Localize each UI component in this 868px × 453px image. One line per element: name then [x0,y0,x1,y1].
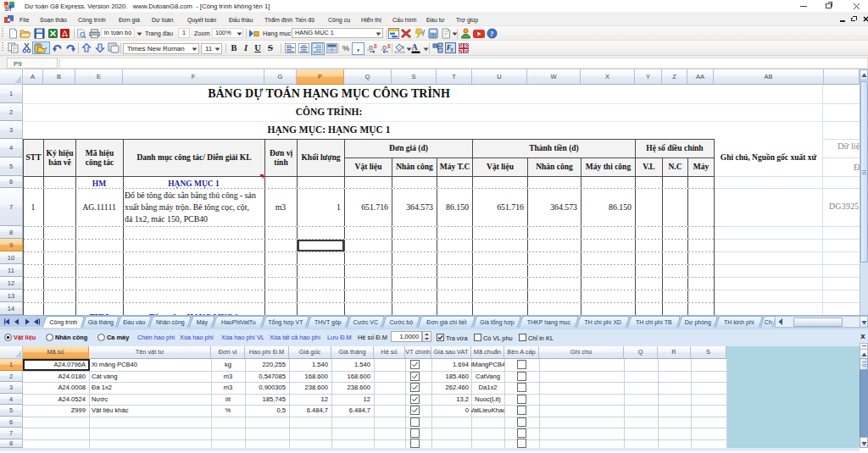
svg-text:8: 8 [387,43,391,49]
svg-text:DT: DT [5,7,12,12]
svg-text:8: 8 [374,43,377,49]
svg-text:A: A [412,42,419,52]
svg-text:,0: ,0 [381,44,387,52]
svg-text:?: ? [490,30,493,38]
svg-text:,0: ,0 [367,44,373,52]
